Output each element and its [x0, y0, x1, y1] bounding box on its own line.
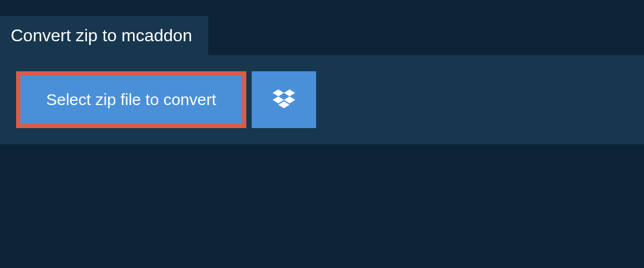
page-title: Convert zip to mcaddon [11, 26, 192, 46]
select-file-label: Select zip file to convert [46, 91, 216, 108]
header-tab: Convert zip to mcaddon [0, 16, 208, 55]
dropbox-button[interactable] [252, 71, 316, 128]
select-file-button[interactable]: Select zip file to convert [16, 71, 246, 128]
upload-panel: Select zip file to convert [0, 55, 644, 144]
dropbox-icon [273, 88, 295, 112]
